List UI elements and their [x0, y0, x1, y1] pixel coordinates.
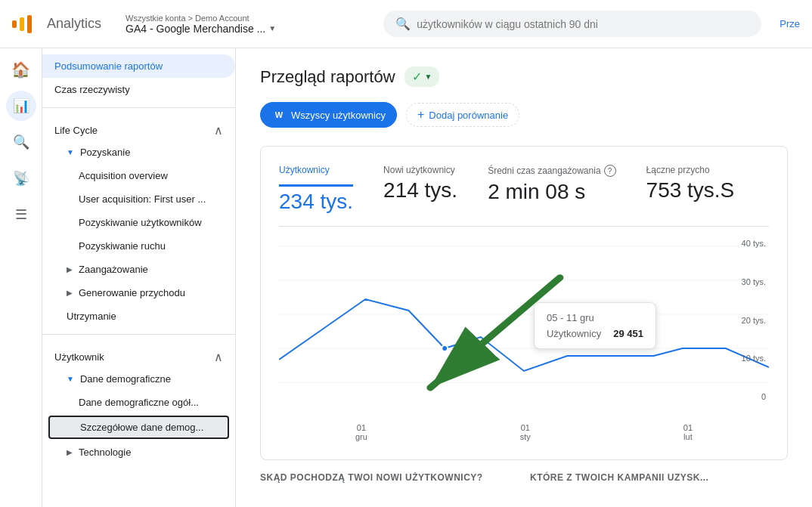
- tooltip-date: 05 - 11 gru: [547, 312, 643, 323]
- sidebar-item-technologie[interactable]: ▶ Technologie: [42, 441, 235, 464]
- nav-home[interactable]: 🏠: [6, 54, 36, 85]
- metric-engagement-value: 2 min 08 s: [488, 180, 615, 204]
- sidebar: Podsumowanie raportów Czas rzeczywisty L…: [42, 48, 236, 507]
- main-content: Przegląd raportów ✓ ▼ W Wszyscy użytkown…: [236, 48, 812, 507]
- sidebar-item-zaangazowanie[interactable]: ▶ Zaangażowanie: [42, 258, 235, 281]
- metric-revenue-value: 753 tys.S: [646, 178, 735, 202]
- logo-bar-1: [12, 20, 17, 28]
- page-header: Przegląd raportów ✓ ▼: [260, 66, 788, 87]
- metric-new-users-value: 214 tys.: [383, 178, 457, 202]
- account-selector[interactable]: GA4 - Google Merchandise ... ▼: [126, 23, 276, 35]
- sidebar-item-szczegolowe[interactable]: Szczegółowe dane demog...: [48, 416, 229, 439]
- search-bar[interactable]: 🔍: [383, 11, 761, 37]
- szczegolowe-label: Szczegółowe dane demog...: [80, 422, 203, 433]
- icon-nav: 🏠 📊 🔍 📡 ☰: [0, 48, 42, 507]
- app-title: Analytics: [47, 16, 101, 32]
- sidebar-item-realtime-label: Czas rzeczywisty: [54, 84, 130, 95]
- sidebar-item-pozyskiwanie-ruchu[interactable]: Pozyskiwanie ruchu: [42, 234, 235, 258]
- nav-advertising[interactable]: 📡: [6, 163, 36, 193]
- uzytkownik-expand-icon[interactable]: ∧: [214, 350, 223, 364]
- all-users-filter[interactable]: W Wszyscy użytkownicy: [260, 102, 397, 128]
- add-compare-label: Dodaj porównanie: [429, 110, 508, 121]
- metric-users-value: 234 tys.: [279, 190, 353, 214]
- help-icon[interactable]: ?: [604, 165, 616, 177]
- sidebar-item-report-summary-label: Podsumowanie raportów: [54, 60, 163, 72]
- pozyskiwanie-uzytkownikow-label: Pozyskiwanie użytkowników: [79, 217, 202, 228]
- sidebar-item-dane-demograficzne-ogol[interactable]: Dane demograficzne ogół...: [42, 391, 235, 414]
- metric-users-label: Użytkownicy: [279, 165, 353, 187]
- acquisition-label: Pozyskanie: [80, 147, 130, 158]
- sidebar-item-user-acquisition[interactable]: User acquisition: First user ...: [42, 187, 235, 211]
- sidebar-item-report-summary[interactable]: Podsumowanie raportów: [42, 54, 235, 78]
- bottom-sections: SKĄD POCHODZĄ TWOI NOWI UŻYTKOWNICY? KTÓ…: [260, 472, 788, 483]
- metric-revenue[interactable]: Łączne przycho 753 tys.S: [646, 165, 735, 214]
- zaangazowanie-label: Zaangażowanie: [79, 264, 148, 275]
- filters-row: W Wszyscy użytkownicy + Dodaj porównanie: [260, 102, 788, 128]
- search-input[interactable]: [417, 18, 749, 30]
- line-chart: [279, 239, 769, 405]
- sidebar-item-generowanie[interactable]: ▶ Generowanie przychodu: [42, 281, 235, 305]
- metric-engagement-label: Średni czas zaangażowania ?: [488, 165, 615, 177]
- user-acquisition-label: User acquisition: First user ...: [79, 193, 206, 205]
- chevron-down-icon: ▼: [425, 73, 432, 81]
- x-axis-gru: 01gru: [355, 423, 367, 441]
- dane-demograficzne-ogol-label: Dane demograficzne ogół...: [79, 397, 199, 408]
- bottom-section-1: SKĄD POCHODZĄ TWOI NOWI UŻYTKOWNICY?: [260, 472, 518, 483]
- lifecycle-label: Life Cycle: [54, 125, 98, 136]
- x-axis: 01gru 01sty 01lut: [279, 423, 769, 441]
- tooltip-metric-row: Użytkownicy 29 451: [547, 328, 643, 339]
- nav-reports[interactable]: 📊: [6, 91, 36, 121]
- tooltip-metric-label: Użytkownicy: [547, 328, 601, 339]
- status-badge[interactable]: ✓ ▼: [404, 66, 440, 87]
- sidebar-item-pozyskiwanie-uzytkownikow[interactable]: Pozyskiwanie użytkowników: [42, 211, 235, 234]
- nav-explore[interactable]: 🔍: [6, 127, 36, 157]
- bottom-section-1-label: SKĄD POCHODZĄ TWOI NOWI UŻYTKOWNICY?: [260, 472, 483, 483]
- metric-new-users-label: Nowi użytkownicy: [383, 165, 457, 175]
- page-title: Przegląd raportów: [260, 67, 395, 87]
- nav-menu[interactable]: ☰: [6, 199, 36, 230]
- main-layout: 🏠 📊 🔍 📡 ☰ Podsumowanie raportów Czas rze…: [0, 48, 812, 507]
- bottom-section-2: KTÓRE Z TWOICH KAMPANII UZYSK...: [530, 472, 788, 483]
- sidebar-divider-2: [42, 334, 235, 335]
- chevron-down-icon: ▼: [268, 24, 276, 32]
- acquisition-overview-label: Acquisition overview: [79, 170, 168, 181]
- add-compare-button[interactable]: + Dodaj porównanie: [406, 103, 519, 127]
- metric-users[interactable]: Użytkownicy 234 tys.: [279, 165, 353, 214]
- logo-bar-3: [27, 15, 32, 33]
- sidebar-section-uzytkownik: Użytkownik ∧: [42, 341, 235, 367]
- sidebar-item-utrzymanie[interactable]: Utrzymanie: [42, 305, 235, 328]
- sidebar-item-acquisition-overview[interactable]: Acquisition overview: [42, 164, 235, 187]
- metrics-row: Użytkownicy 234 tys. Nowi użytkownicy 21…: [279, 165, 769, 227]
- more-link[interactable]: Prze: [779, 18, 800, 29]
- metric-engagement[interactable]: Średni czas zaangażowania ? 2 min 08 s: [488, 165, 615, 214]
- search-icon: 🔍: [395, 17, 411, 31]
- technologie-label: Technologie: [79, 447, 131, 458]
- w-icon: W: [271, 107, 287, 122]
- chart-container: 05 - 11 gru Użytkownicy 29 451 40 tys. 3…: [279, 239, 769, 420]
- sidebar-item-acquisition[interactable]: ▼ Pozyskanie: [42, 141, 235, 164]
- bottom-section-2-label: KTÓRE Z TWOICH KAMPANII UZYSK...: [530, 472, 708, 483]
- logo-bar-2: [20, 17, 24, 31]
- account-name: GA4 - Google Merchandise ...: [126, 23, 265, 35]
- logo: [12, 15, 32, 33]
- account-info: Wszystkie konta > Demo Account GA4 - Goo…: [126, 14, 276, 35]
- sidebar-item-dane-demograficzne[interactable]: ▼ Dane demograficzne: [42, 367, 235, 391]
- chart-card: Użytkownicy 234 tys. Nowi użytkownicy 21…: [260, 146, 788, 460]
- check-icon: ✓: [412, 70, 422, 84]
- pozyskiwanie-ruchu-label: Pozyskiwanie ruchu: [79, 240, 166, 252]
- tooltip-metric-value: 29 451: [613, 328, 643, 339]
- plus-icon: +: [417, 108, 424, 122]
- generowanie-label: Generowanie przychodu: [79, 287, 185, 298]
- utrzymanie-label: Utrzymanie: [67, 311, 116, 322]
- sidebar-item-realtime[interactable]: Czas rzeczywisty: [42, 78, 235, 101]
- breadcrumb: Wszystkie konta > Demo Account: [126, 14, 276, 23]
- x-axis-lut: 01lut: [683, 423, 693, 441]
- app-header: Analytics Wszystkie konta > Demo Account…: [0, 0, 812, 48]
- x-axis-sty: 01sty: [520, 423, 531, 441]
- dane-demograficzne-label: Dane demograficzne: [80, 373, 171, 385]
- uzytkownik-label: Użytkownik: [54, 351, 104, 363]
- all-users-label: Wszyscy użytkownicy: [291, 110, 386, 121]
- sidebar-divider-1: [42, 107, 235, 108]
- metric-new-users[interactable]: Nowi użytkownicy 214 tys.: [383, 165, 457, 214]
- lifecycle-expand-icon[interactable]: ∧: [214, 123, 223, 138]
